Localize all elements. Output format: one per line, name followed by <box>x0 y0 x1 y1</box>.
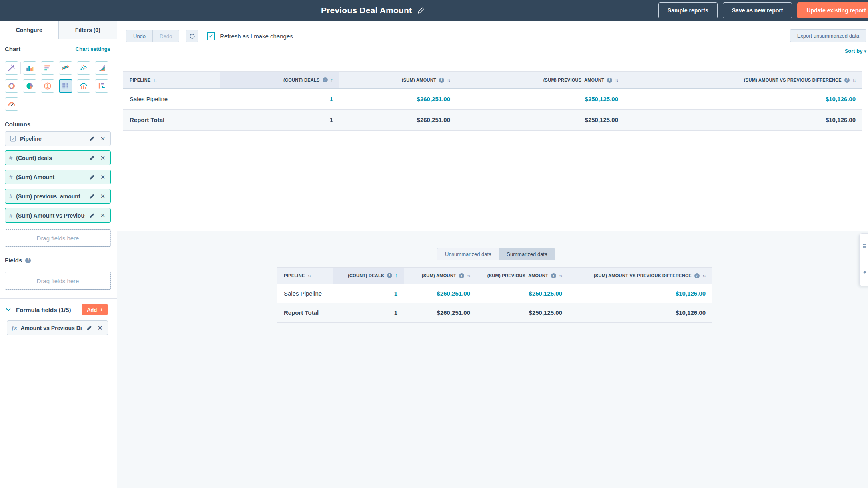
refresh-button[interactable] <box>186 30 198 42</box>
floating-tools-panel[interactable] <box>859 233 868 286</box>
export-unsummarized-data-button[interactable]: Export unsummarized data <box>790 29 866 42</box>
col-header-amount-vs-previous-difference[interactable]: (SUM) AMOUNT VS PREVIOUS DIFFERENCEi↑↓ <box>625 72 862 88</box>
difference-link[interactable]: $10,126.00 <box>569 284 712 303</box>
refresh-checkbox-label: Refresh as I make changes <box>220 33 293 40</box>
chart-type-pie[interactable] <box>23 79 36 93</box>
chart-type-data-table[interactable] <box>59 79 72 93</box>
sort-both-icon: ↑↓ <box>308 274 311 278</box>
column-pill-amount-vs-previous[interactable]: # (Sum) Amount vs Previous ✕ <box>5 208 111 223</box>
save-as-new-report-button[interactable]: Save as new report <box>723 2 792 18</box>
tab-configure[interactable]: Configure <box>0 21 58 39</box>
refresh-as-i-make-changes-checkbox[interactable]: ✓ <box>207 32 215 40</box>
edit-pencil-icon[interactable] <box>86 324 93 332</box>
fields-info-icon: i <box>25 258 31 263</box>
report-title: Previous Deal Amount <box>321 6 412 15</box>
deals-count-link[interactable]: 1 <box>333 284 404 303</box>
col-header-pipeline[interactable]: PIPELINE↑↓ <box>277 268 333 284</box>
scatter-chart-icon <box>79 64 88 72</box>
chart-grid-divider <box>20 62 21 74</box>
col-header-amount-vs-previous-difference[interactable]: (SUM) AMOUNT VS PREVIOUS DIFFERENCEi↑↓ <box>569 268 712 284</box>
pipeline-cell: Sales Pipeline <box>277 284 333 303</box>
sort-asc-icon: ↑ <box>331 77 333 83</box>
caret-down-icon: ▾ <box>864 49 866 54</box>
chart-type-scatter[interactable] <box>77 61 90 75</box>
preview-data-table: PIPELINE↑↓ (COUNT) DEALSi↑ (SUM) AMOUNTi… <box>123 71 862 131</box>
chart-type-line[interactable] <box>59 61 72 75</box>
dot-tool-icon <box>863 270 866 274</box>
report-preview-area: Undo Redo ✓ Refresh as I make changes Ex… <box>117 21 868 488</box>
sort-both-icon: ↑↓ <box>852 78 856 82</box>
remove-icon[interactable]: ✕ <box>96 324 104 332</box>
col-header-sum-amount[interactable]: (SUM) AMOUNTi↑↓ <box>339 72 457 88</box>
info-icon: i <box>323 77 328 82</box>
col-header-pipeline[interactable]: PIPELINE↑↓ <box>123 72 220 88</box>
sort-by-dropdown[interactable]: Sort by▾ <box>845 48 866 54</box>
previous-amount-link[interactable]: $250,125.00 <box>477 284 569 303</box>
remove-icon[interactable]: ✕ <box>99 154 106 162</box>
data-table-icon <box>61 82 70 90</box>
plus-icon: + <box>100 307 103 313</box>
edit-pencil-icon[interactable] <box>88 193 96 200</box>
table-row: Sales Pipeline 1 $260,251.00 $250,125.00… <box>277 284 712 303</box>
fields-drop-zone[interactable]: Drag fields here <box>5 272 111 290</box>
edit-title-pencil-icon[interactable] <box>417 7 425 14</box>
edit-pencil-icon[interactable] <box>88 212 96 219</box>
column-pill-count-deals[interactable]: # (Count) deals ✕ <box>5 150 111 165</box>
columns-drop-zone[interactable]: Drag fields here <box>5 229 111 247</box>
formula-field-pill[interactable]: ƒx Amount vs Previous Difference ✕ <box>7 320 108 335</box>
undo-button[interactable]: Undo <box>126 30 153 42</box>
chart-settings-link[interactable]: Chart settings <box>76 46 110 52</box>
chart-type-pivot[interactable] <box>95 79 108 93</box>
deals-count-link[interactable]: 1 <box>220 88 339 109</box>
col-header-sum-amount[interactable]: (SUM) AMOUNTi↑↓ <box>404 268 477 284</box>
tab-filters[interactable]: Filters (0) <box>58 21 117 39</box>
edit-pencil-icon[interactable] <box>88 154 96 162</box>
checkbox-list-icon <box>9 135 16 142</box>
number-hash-icon: # <box>9 174 12 180</box>
col-header-sum-previous-amount[interactable]: (SUM) PREVIOUS_AMOUNTi↑↓ <box>477 268 569 284</box>
pivot-table-icon <box>97 82 106 90</box>
edit-pencil-icon[interactable] <box>88 174 96 181</box>
remove-icon[interactable]: ✕ <box>99 174 106 181</box>
chart-type-bar[interactable] <box>41 61 54 75</box>
donut-chart-icon <box>7 82 16 90</box>
update-existing-report-button[interactable]: Update existing report <box>797 2 868 18</box>
add-formula-field-button[interactable]: Add + <box>82 304 108 315</box>
chart-type-donut[interactable] <box>5 79 18 93</box>
column-pill-pipeline[interactable]: Pipeline ✕ <box>5 131 111 146</box>
sample-reports-button[interactable]: Sample reports <box>658 2 718 18</box>
remove-icon[interactable]: ✕ <box>99 135 106 142</box>
svg-text:1: 1 <box>46 84 49 88</box>
magic-wand-icon <box>7 64 16 72</box>
amount-link[interactable]: $260,251.00 <box>404 284 477 303</box>
line-chart-icon <box>61 64 70 72</box>
chart-type-column[interactable] <box>23 61 36 75</box>
edit-pencil-icon[interactable] <box>88 135 96 142</box>
summarized-data-tab[interactable]: Summarized data <box>499 248 555 260</box>
chart-type-gauge[interactable] <box>5 97 18 111</box>
column-pill-sum-amount[interactable]: # (Sum) Amount ✕ <box>5 170 111 184</box>
col-header-count-deals[interactable]: (COUNT) DEALSi↑ <box>220 72 339 88</box>
difference-link[interactable]: $10,126.00 <box>625 88 862 109</box>
previous-amount-link[interactable]: $250,125.00 <box>457 88 625 109</box>
amount-link[interactable]: $260,251.00 <box>339 88 457 109</box>
sort-both-icon: ↑↓ <box>702 274 706 278</box>
info-icon: i <box>459 273 464 278</box>
chart-type-combo[interactable] <box>77 79 90 93</box>
col-header-count-deals[interactable]: (COUNT) DEALSi↑ <box>333 268 404 284</box>
info-icon: i <box>551 273 556 278</box>
redo-button[interactable]: Redo <box>153 30 179 42</box>
column-pill-sum-previous-amount[interactable]: # (Sum) previous_amount ✕ <box>5 189 111 204</box>
remove-icon[interactable]: ✕ <box>99 193 106 200</box>
refresh-icon <box>189 33 195 39</box>
remove-icon[interactable]: ✕ <box>99 212 106 219</box>
report-total-row: Report Total 1 $260,251.00 $250,125.00 $… <box>123 109 862 130</box>
col-header-sum-previous-amount[interactable]: (SUM) PREVIOUS_AMOUNTi↑↓ <box>457 72 625 88</box>
unsummarized-data-tab[interactable]: Unsummarized data <box>437 248 499 260</box>
sort-both-icon: ↑↓ <box>559 274 562 278</box>
chart-type-magic-wand[interactable] <box>5 61 18 75</box>
collapse-chevron-icon[interactable] <box>5 306 12 313</box>
chart-type-area[interactable] <box>95 61 108 75</box>
chart-type-single-value[interactable]: 1 <box>41 79 54 93</box>
topbar: Previous Deal Amount Sample reports Save… <box>0 0 868 21</box>
